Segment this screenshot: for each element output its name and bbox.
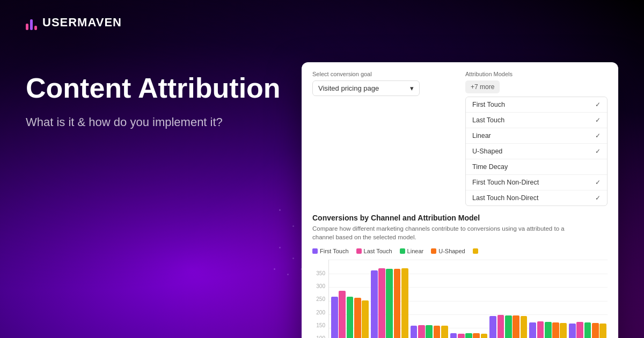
bar — [489, 316, 496, 338]
goal-select[interactable]: Visited pricing page ▾ — [312, 80, 420, 96]
bar — [434, 326, 441, 338]
page-subheadline: What is it & how do you implement it? — [26, 114, 294, 131]
model-item-u-shaped[interactable]: U-Shaped ✓ — [466, 144, 607, 159]
bar — [592, 323, 599, 338]
chart-desc: Compare how different marketing channels… — [312, 224, 581, 241]
bar — [505, 315, 512, 338]
page-headline: Content Attribution — [26, 73, 294, 104]
bar — [465, 333, 472, 338]
legend-color — [473, 248, 478, 254]
model-list: First Touch ✓ Last Touch ✓ Linear ✓ — [465, 97, 608, 206]
bar — [331, 297, 338, 338]
legend-item-linear: Linear — [400, 248, 424, 254]
model-item-first-touch[interactable]: First Touch ✓ — [466, 97, 607, 113]
model-item-time-decay[interactable]: Time Decay ✓ — [466, 159, 607, 175]
legend-item-u-shaped: U-Shaped — [431, 248, 465, 254]
chart-inner — [328, 260, 608, 338]
header: USERMAVEN — [26, 15, 618, 30]
dashboard-card: Select conversion goal Visited pricing p… — [302, 62, 618, 338]
logo-icon — [26, 15, 37, 30]
bar-group — [529, 260, 567, 338]
bar — [521, 316, 528, 338]
chart-legend: First Touch Last Touch Linear U-Sha — [312, 248, 608, 254]
bar-group — [569, 260, 606, 338]
bar — [545, 322, 552, 338]
bar — [426, 325, 433, 338]
bar-group — [450, 260, 488, 338]
goal-label: Select conversion goal — [312, 71, 455, 77]
y-label: 200 — [312, 310, 325, 315]
bar — [473, 333, 480, 338]
bar — [378, 268, 385, 338]
check-icon: ✓ — [595, 101, 601, 108]
check-icon: ✓ — [595, 194, 601, 202]
chevron-down-icon: ▾ — [410, 84, 414, 92]
bar — [441, 326, 448, 338]
goal-value: Visited pricing page — [318, 84, 379, 92]
bar — [529, 322, 536, 338]
model-item-last-touch[interactable]: Last Touch ✓ — [466, 113, 607, 128]
legend-color — [356, 248, 362, 254]
bar — [599, 324, 606, 338]
bar — [560, 323, 567, 338]
check-icon: ✓ — [595, 116, 601, 124]
bar — [386, 269, 393, 338]
bar — [576, 322, 583, 338]
bar — [450, 333, 457, 338]
bar — [401, 268, 408, 338]
chart-title: Conversions by Channel and Attribution M… — [312, 214, 608, 222]
bar — [458, 334, 465, 338]
bar — [354, 298, 361, 338]
bar — [339, 291, 346, 338]
bar-group — [489, 260, 527, 338]
y-label: 250 — [312, 296, 325, 302]
legend-item-time-decay — [473, 248, 480, 254]
model-name: First Touch Non-Direct — [472, 179, 539, 186]
model-name: Last Touch — [472, 116, 504, 124]
check-icon: ✓ — [595, 148, 601, 155]
legend-label: U-Shaped — [438, 248, 465, 254]
y-label: 300 — [312, 283, 325, 289]
y-label: 350 — [312, 270, 325, 276]
model-item-last-touch-nd[interactable]: Last Touch Non-Direct ✓ — [466, 190, 607, 205]
legend-label: Linear — [407, 248, 424, 254]
bar — [513, 315, 519, 338]
bar — [418, 325, 425, 338]
bar — [411, 326, 418, 338]
check-icon: ✓ — [595, 163, 601, 171]
bar — [552, 322, 559, 338]
bar — [569, 324, 576, 338]
model-name: Last Touch Non-Direct — [472, 194, 538, 202]
model-item-linear[interactable]: Linear ✓ — [466, 128, 607, 144]
bar — [584, 322, 591, 338]
model-name: Time Decay — [472, 163, 508, 171]
models-more-tag[interactable]: +7 more — [465, 80, 500, 93]
model-name: First Touch — [472, 101, 505, 108]
bar-group — [371, 260, 408, 338]
bar-group — [331, 260, 369, 338]
brand-name: USERMAVEN — [42, 16, 122, 30]
legend-label: Last Touch — [364, 248, 392, 254]
bar — [537, 321, 544, 338]
y-label: 100 — [312, 335, 325, 338]
legend-label: First Touch — [320, 248, 349, 254]
legend-color — [312, 248, 318, 254]
bar — [394, 269, 401, 338]
model-name: U-Shaped — [472, 148, 502, 155]
legend-color — [431, 248, 436, 254]
legend-item-first-touch: First Touch — [312, 248, 349, 254]
y-axis: 0 50 100 150 200 250 300 350 — [312, 270, 325, 338]
model-name: Linear — [472, 132, 491, 139]
legend-color — [400, 248, 405, 254]
bar — [481, 334, 488, 338]
bar — [347, 297, 354, 338]
model-item-first-touch-nd[interactable]: First Touch Non-Direct ✓ — [466, 175, 607, 190]
models-label: Attribution Models — [465, 71, 608, 77]
y-label: 150 — [312, 322, 325, 328]
legend-item-last-touch: Last Touch — [356, 248, 392, 254]
bar-group — [411, 260, 448, 338]
check-icon: ✓ — [595, 179, 601, 186]
bar — [362, 300, 369, 338]
check-icon: ✓ — [595, 132, 601, 139]
bar — [371, 270, 378, 338]
